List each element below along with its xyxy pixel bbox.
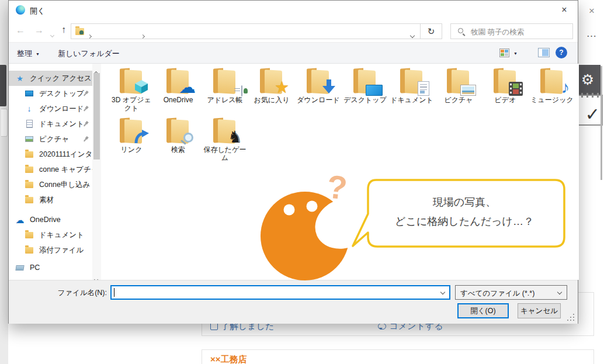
help-button[interactable]: ? <box>556 47 567 58</box>
folder-icon <box>165 117 191 144</box>
sidebar-item-onedrive[interactable]: ☁ OneDrive <box>9 212 92 227</box>
breadcrumb-chevron-icon[interactable] <box>88 30 91 40</box>
folder-icon <box>119 117 144 144</box>
sidebar-item-downloads[interactable]: ↓ ダウンロード <box>9 101 92 116</box>
monitor-icon <box>366 85 383 96</box>
folder-icon <box>24 230 34 240</box>
pc-icon <box>15 263 25 272</box>
edge-logo-icon <box>16 5 25 15</box>
tasks-button[interactable]: ✓ <box>576 95 603 126</box>
browser-scrollbar-thumb[interactable] <box>600 66 602 180</box>
folder-searches[interactable]: 検索 <box>155 117 202 162</box>
folder-desktop[interactable]: デスクトップ <box>342 67 388 112</box>
folder-icon <box>352 67 378 94</box>
folder-links[interactable]: リンク <box>108 117 155 162</box>
folder-documents[interactable]: ドキュメント <box>388 67 435 112</box>
folder-icon: ♞ <box>212 117 238 144</box>
chevron-down-icon[interactable] <box>557 290 562 294</box>
background-left-strip <box>0 0 8 364</box>
folder-icon <box>212 67 238 94</box>
document-icon <box>418 81 429 96</box>
folder-icon <box>24 245 34 255</box>
search-box[interactable]: 牧園 萌子の検索 <box>450 23 573 39</box>
navigation-pane: ★ クイック アクセス デスクトップ ↓ ダウンロード ドキュメント ピクチャ <box>9 64 92 280</box>
sidebar-item-desktop[interactable]: デスクトップ <box>9 86 92 101</box>
folder-onedrive[interactable]: ☁ OneDrive <box>155 67 202 112</box>
filetype-select[interactable]: すべてのファイル (*.*) <box>455 285 567 300</box>
folder-icon <box>24 195 34 204</box>
sidebar-item-quick-access[interactable]: ★ クイック アクセス <box>9 71 92 86</box>
music-note-icon: ♪ <box>561 79 570 96</box>
filename-label: ファイル名(N): <box>41 288 107 298</box>
recent-locations-dropdown-icon[interactable] <box>51 29 54 39</box>
open-button[interactable]: 開く(O) <box>457 303 509 318</box>
text-caret <box>114 288 114 297</box>
folder-favorites[interactable]: ★ お気に入り <box>248 67 295 112</box>
pictures-icon <box>24 134 34 144</box>
sidebar-item-folder[interactable]: Conne申し込み <box>9 177 92 192</box>
browser-close-icon[interactable]: × <box>583 4 600 19</box>
browser-more-menu-icon[interactable]: … <box>582 27 601 40</box>
folder-downloads[interactable]: ダウンロード <box>295 67 342 112</box>
folder-videos[interactable]: ビデオ <box>482 67 529 112</box>
preview-pane-icon[interactable] <box>538 48 550 57</box>
folder-icon <box>306 67 331 94</box>
sidebar-item-folder[interactable]: 添付ファイル <box>9 242 92 258</box>
sidebar-item-documents[interactable]: ドキュメント <box>9 116 92 131</box>
views-icon[interactable] <box>499 48 509 57</box>
star-icon: ★ <box>275 79 289 96</box>
background-company-card: ××工務店 <box>202 349 594 364</box>
check-icon: ✓ <box>585 106 600 123</box>
link-arrow-icon <box>134 130 149 145</box>
company-heading: ××工務店 <box>210 354 247 364</box>
chess-knight-icon: ♞ <box>228 129 242 145</box>
question-mark-icon: ? <box>325 167 349 207</box>
new-folder-button[interactable]: 新しいフォルダー <box>58 48 120 59</box>
sidebar-scrollbar[interactable] <box>92 64 101 280</box>
background-left-panel-edge <box>1 109 8 137</box>
folder-icon: ♪ <box>539 67 565 94</box>
resize-grip[interactable] <box>567 314 575 322</box>
search-placeholder: 牧園 萌子の検索 <box>471 27 524 37</box>
forward-button[interactable]: → <box>34 25 44 36</box>
folder-icon <box>492 67 518 94</box>
download-arrow-icon: ↓ <box>24 104 34 113</box>
folder-pictures[interactable]: ピクチャ <box>435 67 482 112</box>
sidebar-item-folder[interactable]: 素材 <box>9 192 92 207</box>
folder-icon: ★ <box>259 67 284 94</box>
background-left-scroll-thumb[interactable] <box>0 65 6 106</box>
folder-icon <box>119 67 144 94</box>
organize-button[interactable]: 整理 ▼ <box>17 48 40 59</box>
onedrive-cloud-icon: ☁ <box>15 215 25 224</box>
folder-address-book[interactable]: アドレス帳 <box>202 67 248 112</box>
back-button[interactable]: ← <box>16 25 25 36</box>
quick-access-star-icon: ★ <box>15 74 25 83</box>
sidebar-item-pc[interactable]: PC <box>9 260 92 275</box>
scrollbar-thumb[interactable] <box>93 73 100 160</box>
sidebar-item-pictures[interactable]: ピクチャ <box>9 131 92 147</box>
folder-3d-objects[interactable]: 3D オブジェクト <box>108 67 155 112</box>
up-button[interactable]: ↑ <box>61 25 66 35</box>
down-arrow-icon <box>322 79 336 96</box>
sidebar-item-folder[interactable]: ドキュメント <box>9 227 92 242</box>
address-bar[interactable] <box>71 23 421 39</box>
screen: × … ⚙ ✓ 了解しました コメントする ××工務店 開く × ← <box>0 0 604 364</box>
dialog-close-button[interactable]: × <box>552 2 577 18</box>
refresh-button[interactable]: ↻ <box>420 23 442 39</box>
sidebar-item-partial[interactable]: ☁ <box>9 275 92 280</box>
sidebar-item-folder[interactable]: conne キャプチャ <box>9 162 92 177</box>
pin-icon <box>82 135 90 143</box>
cloud-icon: ☁ <box>179 79 196 96</box>
command-bar: 整理 ▼ 新しいフォルダー ▼ ? <box>9 43 578 64</box>
sidebar-item-folder[interactable]: 20201111インターン <box>9 147 92 162</box>
chevron-down-icon[interactable] <box>440 290 445 294</box>
folder-saved-games[interactable]: ♞ 保存したゲーム <box>202 117 248 162</box>
dialog-titlebar[interactable]: 開く × <box>9 1 578 19</box>
breadcrumb-chevron-icon[interactable] <box>141 30 144 40</box>
folder-music[interactable]: ♪ ミュージック <box>529 67 575 112</box>
address-dropdown-icon[interactable] <box>411 29 414 40</box>
photo-icon <box>460 85 476 96</box>
views-caret-icon[interactable]: ▼ <box>513 51 518 56</box>
cancel-button[interactable]: キャンセル <box>518 303 561 318</box>
dropdown-caret-icon: ▼ <box>36 52 40 56</box>
